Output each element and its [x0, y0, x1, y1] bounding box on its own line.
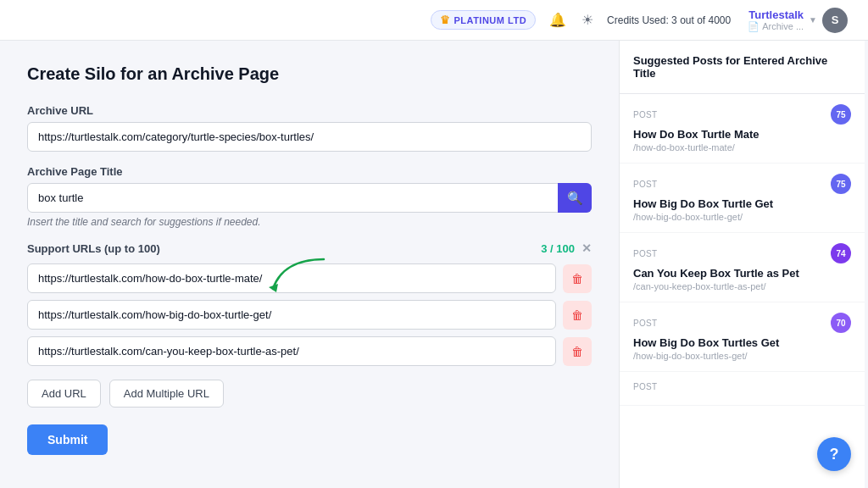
delete-url-1-button[interactable]: 🗑 — [563, 264, 592, 293]
score-badge-3: 74 — [831, 243, 851, 263]
user-menu[interactable]: Turtlestalk 📄 Archive ... ▼ S — [741, 4, 854, 36]
url-input-2[interactable] — [27, 300, 556, 330]
page-icon: 📄 — [748, 21, 760, 32]
score-badge-4: 70 — [831, 313, 851, 333]
main-content: Create Silo for an Archive Page Archive … — [0, 41, 619, 488]
post-title-4: How Big Do Box Turtles Get — [633, 336, 851, 349]
action-buttons: Add URL Add Multiple URL — [27, 380, 592, 408]
archive-title-hint: Insert the title and search for suggesti… — [27, 216, 592, 228]
post-title-1: How Do Box Turtle Mate — [633, 128, 851, 141]
help-button[interactable]: ? — [817, 437, 851, 471]
delete-url-3-button[interactable]: 🗑 — [563, 337, 592, 366]
url-row-3: 🗑 — [27, 336, 592, 366]
right-sidebar: Suggested Posts for Entered Archive Titl… — [619, 41, 865, 488]
post-slug-2: /how-big-do-box-turtle-get/ — [633, 212, 851, 222]
archive-url-input[interactable] — [27, 122, 592, 152]
post-card-1-header: Post 75 — [633, 104, 851, 125]
support-urls-header: Support URLs (up to 100) 3 / 100 ✕ — [27, 241, 592, 255]
page-wrapper: Create Silo for an Archive Page Archive … — [0, 41, 868, 488]
crown-icon: ♛ — [440, 14, 451, 26]
delete-url-2-button[interactable]: 🗑 — [563, 301, 592, 330]
trash-icon: 🗑 — [571, 308, 583, 322]
post-title-3: Can You Keep Box Turtle as Pet — [633, 267, 851, 280]
post-slug-1: /how-do-box-turtle-mate/ — [633, 142, 851, 152]
page-title: Create Silo for an Archive Page — [27, 64, 592, 84]
chevron-down-icon: ▼ — [809, 15, 817, 25]
url-row-2: 🗑 — [27, 300, 592, 330]
close-icon[interactable]: ✕ — [581, 241, 592, 255]
search-icon: 🔍 — [567, 191, 583, 206]
post-card-2-header: Post 75 — [633, 174, 851, 194]
notifications-button[interactable]: 🔔 — [546, 8, 570, 31]
post-tag-5: Post — [633, 382, 657, 391]
header-icons: 🔔 ☀ — [546, 8, 597, 31]
support-urls-group: Support URLs (up to 100) 3 / 100 ✕ — [27, 241, 592, 366]
archive-url-group: Archive URL — [27, 104, 592, 152]
trash-icon: 🗑 — [571, 345, 583, 358]
sidebar-title: Suggested Posts for Entered Archive Titl… — [620, 41, 865, 94]
app-header: ♛ PLATINUM LTD 🔔 ☀ Credits Used: 3 out o… — [0, 0, 868, 41]
breadcrumb-sub: 📄 Archive ... — [748, 21, 804, 32]
post-slug-3: /can-you-keep-box-turtle-as-pet/ — [633, 281, 851, 291]
url-input-3[interactable] — [27, 336, 556, 366]
post-card-4: Post 70 How Big Do Box Turtles Get /how-… — [620, 302, 865, 372]
score-badge-2: 75 — [831, 174, 851, 194]
avatar: S — [822, 8, 848, 33]
archive-title-input-wrapper: 🔍 — [27, 183, 592, 213]
post-tag-1: Post — [633, 110, 657, 119]
post-card-2: Post 75 How Big Do Box Turtle Get /how-b… — [620, 164, 865, 233]
post-card-3-header: Post 74 — [633, 243, 851, 263]
plan-badge: ♛ PLATINUM LTD — [431, 10, 536, 30]
post-card-5: Post — [620, 372, 865, 406]
post-tag-3: Post — [633, 249, 657, 258]
green-arrow-icon — [264, 255, 332, 300]
credits-text: Credits Used: 3 out of 4000 — [607, 14, 731, 26]
add-url-button[interactable]: Add URL — [27, 380, 101, 408]
post-tag-4: Post — [633, 319, 657, 328]
plan-label: PLATINUM LTD — [453, 15, 526, 25]
score-badge-1: 75 — [831, 104, 851, 125]
post-card-5-header: Post — [633, 382, 851, 391]
search-button[interactable]: 🔍 — [558, 183, 592, 213]
post-slug-4: /how-big-do-box-turtles-get/ — [633, 351, 851, 361]
post-card-1: Post 75 How Do Box Turtle Mate /how-do-b… — [620, 94, 865, 164]
post-title-2: How Big Do Box Turtle Get — [633, 197, 851, 210]
add-multiple-url-button[interactable]: Add Multiple URL — [109, 380, 224, 408]
url-count: 3 / 100 — [541, 242, 575, 255]
url-count-area: 3 / 100 ✕ — [541, 241, 592, 255]
trash-icon: 🗑 — [571, 272, 583, 286]
archive-title-group: Archive Page Title 🔍 Insert the title an… — [27, 165, 592, 228]
post-tag-2: Post — [633, 180, 657, 189]
archive-title-input[interactable] — [27, 183, 592, 213]
post-card-4-header: Post 70 — [633, 313, 851, 333]
submit-button[interactable]: Submit — [27, 424, 108, 455]
user-name: Turtlestalk — [748, 8, 804, 21]
support-urls-label: Support URLs (up to 100) — [27, 242, 160, 255]
breadcrumb-area: Turtlestalk 📄 Archive ... — [748, 8, 804, 32]
archive-title-label: Archive Page Title — [27, 165, 592, 178]
archive-url-label: Archive URL — [27, 104, 592, 117]
post-card-3: Post 74 Can You Keep Box Turtle as Pet /… — [620, 233, 865, 302]
theme-toggle-button[interactable]: ☀ — [578, 8, 597, 31]
